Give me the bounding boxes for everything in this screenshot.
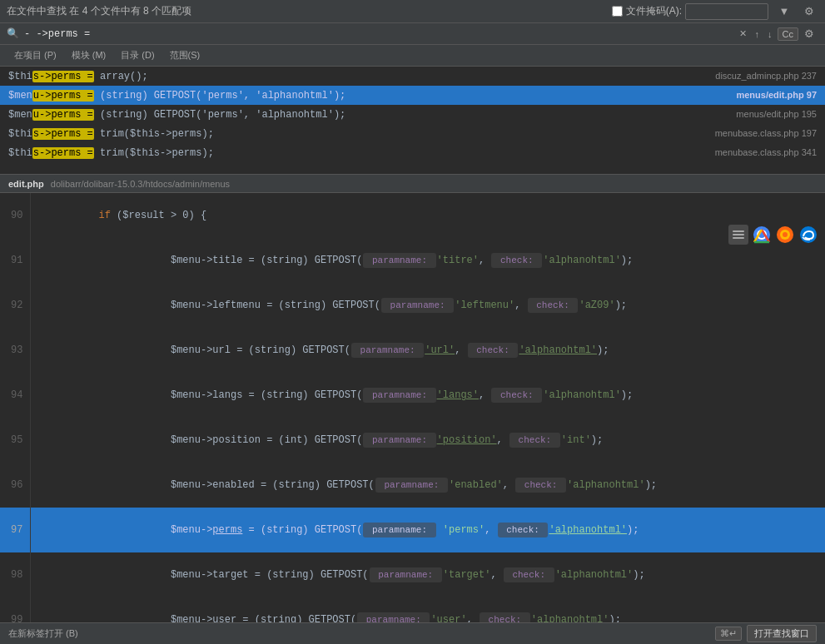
prev-result-btn[interactable]: ↑	[752, 28, 763, 40]
line-code: $menu->target = (string) GETPOST( paramn…	[30, 552, 825, 597]
code-line-99: 99 $menu->user = (string) GETPOST( param…	[0, 597, 825, 622]
result-file: menus/edit.php 195	[736, 107, 817, 121]
result-file: discuz_admincp.php 237	[715, 68, 817, 83]
bottom-shortcut: ⌘↵	[715, 627, 742, 641]
scope-bar: 在项目 (P) 模块 (M) 目录 (D) 范围(S)	[0, 45, 825, 67]
scope-directory-btn[interactable]: 目录 (D)	[113, 47, 162, 64]
search-query-text: - ->perms =	[24, 28, 731, 40]
edge-icon[interactable]	[798, 225, 818, 245]
code-path: dolibarr/dolibarr-15.0.3/htdocs/admin/me…	[51, 179, 230, 189]
line-code: $menu->url = (string) GETPOST( paramname…	[30, 328, 825, 373]
bottom-text: 在新标签打开 (B)	[8, 627, 715, 640]
code-line-94: 94 $menu->langs = (string) GETPOST( para…	[0, 373, 825, 418]
code-line-90: 90 if ($result > 0) {	[0, 193, 825, 238]
list-icon-btn[interactable]	[728, 225, 748, 245]
line-number: 91	[0, 238, 30, 283]
next-result-btn[interactable]: ↓	[764, 28, 776, 40]
file-mask-check-input[interactable]	[612, 6, 623, 17]
code-line-96: 96 $menu->enabled = (string) GETPOST( pa…	[0, 463, 825, 508]
code-line-97: 97 $menu->perms = (string) GETPOST( para…	[0, 508, 825, 552]
file-mask-checkbox[interactable]: 文件掩码(A):	[612, 3, 768, 20]
line-number: 98	[0, 552, 30, 597]
svg-rect-1	[733, 234, 744, 235]
line-number: 97	[0, 508, 30, 552]
svg-rect-0	[733, 230, 744, 232]
svg-point-9	[800, 226, 817, 243]
file-mask-label: 文件掩码(A):	[626, 4, 682, 18]
filter-icon-btn[interactable]: ▼	[775, 2, 793, 21]
browser-icons-overlay	[728, 225, 818, 245]
result-item[interactable]: $this->perms = trim($this->perms); menub…	[0, 143, 825, 162]
line-number: 92	[0, 283, 30, 328]
line-code: $menu->position = (int) GETPOST( paramna…	[30, 418, 825, 463]
case-sensitive-btn[interactable]: Cc	[778, 27, 798, 41]
result-code: $this->perms = trim($this->perms);	[8, 146, 708, 161]
line-code: $menu->enabled = (string) GETPOST( param…	[30, 463, 825, 508]
svg-point-8	[783, 232, 788, 237]
top-bar-title: 在文件中查找 在 4 个文件中有 8 个匹配项	[7, 4, 191, 18]
line-code: $menu->langs = (string) GETPOST( paramna…	[30, 373, 825, 418]
result-item[interactable]: $menu->perms = (string) GETPOST('perms',…	[0, 86, 825, 105]
open-search-window-btn[interactable]: 打开查找窗口	[747, 625, 817, 642]
result-code: $this->perms = trim($this->perms);	[8, 126, 708, 141]
code-line-95: 95 $menu->position = (int) GETPOST( para…	[0, 418, 825, 463]
search-bar: 🔍 - ->perms = ✕ ↑ ↓ Cc ⚙	[0, 23, 825, 45]
line-code: $menu->perms = (string) GETPOST( paramna…	[30, 508, 825, 552]
line-number: 90	[0, 193, 30, 238]
line-code: $menu->title = (string) GETPOST( paramna…	[30, 238, 825, 283]
code-line-92: 92 $menu->leftmenu = (string) GETPOST( p…	[0, 283, 825, 328]
line-code: if ($result > 0) {	[30, 193, 825, 238]
result-file: menubase.class.php 197	[715, 126, 817, 141]
line-number: 95	[0, 418, 30, 463]
code-line-98: 98 $menu->target = (string) GETPOST( par…	[0, 552, 825, 597]
bottom-bar: 在新标签打开 (B) ⌘↵ 打开查找窗口	[0, 622, 825, 644]
result-item[interactable]: $this->perms = array(); discuz_admincp.p…	[0, 67, 825, 86]
scope-project-btn[interactable]: 在项目 (P)	[7, 47, 64, 64]
results-list[interactable]: $this->perms = array(); discuz_admincp.p…	[0, 67, 825, 175]
result-item[interactable]: $this->perms = trim($this->perms); menub…	[0, 124, 825, 143]
code-line-93: 93 $menu->url = (string) GETPOST( paramn…	[0, 328, 825, 373]
line-number: 93	[0, 328, 30, 373]
code-table: 90 if ($result > 0) { 91 $menu->title = …	[0, 193, 825, 622]
result-item[interactable]: $menu->perms = (string) GETPOST('perms',…	[0, 105, 825, 124]
line-number: 96	[0, 463, 30, 508]
scope-module-btn[interactable]: 模块 (M)	[64, 47, 114, 64]
line-code: $menu->user = (string) GETPOST( paramnam…	[30, 597, 825, 622]
code-line-91: 91 $menu->title = (string) GETPOST( para…	[0, 238, 825, 283]
line-number: 99	[0, 597, 30, 622]
result-code: $this->perms = array();	[8, 69, 708, 84]
code-area[interactable]: 90 if ($result > 0) { 91 $menu->title = …	[0, 193, 825, 622]
line-code: $menu->leftmenu = (string) GETPOST( para…	[30, 283, 825, 328]
result-file: menubase.class.php 341	[715, 145, 817, 160]
clear-search-btn[interactable]: ✕	[736, 27, 750, 40]
settings-icon-btn[interactable]: ⚙	[800, 2, 818, 21]
firefox-icon[interactable]	[775, 225, 795, 245]
scope-range-btn[interactable]: 范围(S)	[162, 47, 208, 64]
svg-rect-2	[733, 237, 744, 239]
result-code: $menu->perms = (string) GETPOST('perms',…	[8, 107, 729, 122]
chrome-icon[interactable]	[752, 225, 772, 245]
search-icon: 🔍	[7, 27, 19, 40]
code-header: edit.php dolibarr/dolibarr-15.0.3/htdocs…	[0, 175, 825, 193]
line-number: 94	[0, 373, 30, 418]
top-bar: 在文件中查找 在 4 个文件中有 8 个匹配项 文件掩码(A): ▼ ⚙	[0, 0, 825, 23]
result-file: menus/edit.php 97	[736, 87, 817, 102]
result-code: $menu->perms = (string) GETPOST('perms',…	[8, 88, 729, 103]
search-settings-btn[interactable]: ⚙	[800, 25, 818, 43]
file-mask-input[interactable]	[685, 3, 768, 20]
code-filename: edit.php	[8, 179, 44, 189]
search-bar-actions: ✕ ↑ ↓ Cc ⚙	[736, 25, 818, 43]
